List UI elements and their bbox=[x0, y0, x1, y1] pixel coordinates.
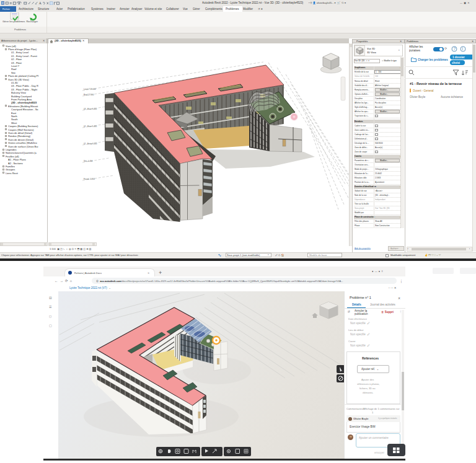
svg-text:R: R bbox=[2, 2, 4, 5]
svg-text:Level 7 21.000: Level 7 21.000 bbox=[84, 88, 96, 90]
svg-text:02 - Floor 5.400: 02 - Floor 5.400 bbox=[84, 125, 97, 128]
svg-text:A: A bbox=[39, 1, 42, 5]
svg-text:03 - Floor 9.450: 03 - Floor 9.450 bbox=[84, 108, 97, 110]
svg-text:?: ? bbox=[453, 46, 456, 51]
svg-text:01 - Entry 0.000: 01 - Entry 0.000 bbox=[84, 143, 97, 145]
svg-text:i: i bbox=[462, 46, 463, 51]
svg-text:Roof 17.550: Roof 17.550 bbox=[84, 94, 94, 96]
svg-text:Found -1.200: Found -1.200 bbox=[84, 178, 95, 180]
svg-text:Site -0.450: Site -0.450 bbox=[84, 160, 93, 162]
